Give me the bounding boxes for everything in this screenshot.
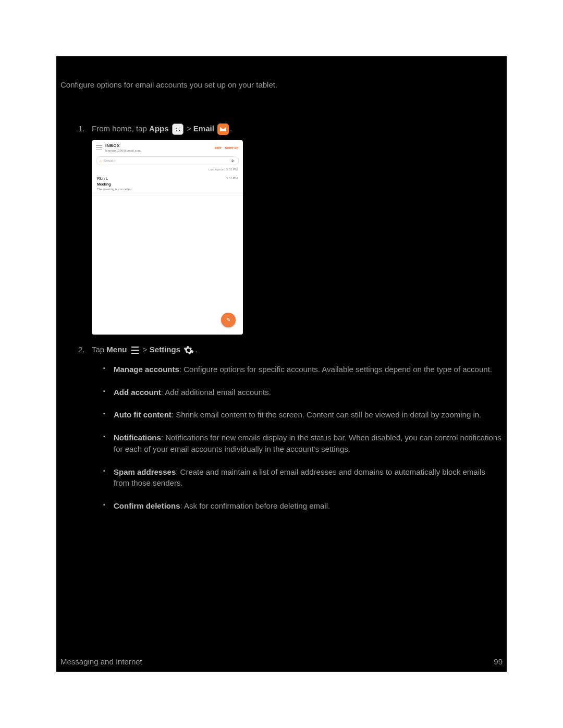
b4-text: : Notifications for new emails display i… bbox=[114, 433, 501, 453]
step2-sep: > bbox=[141, 345, 150, 354]
step2-menu: Menu bbox=[106, 345, 127, 354]
inbox-header: INBOX learcms1306@gmail.com EDIT SORT BY bbox=[92, 140, 243, 154]
inbox-label: INBOX bbox=[105, 143, 212, 149]
email-row[interactable]: Rich L 3:01 PM Meeting The meeting is ca… bbox=[92, 174, 243, 195]
bullet-confirm-deletions: Confirm deletions: Ask for confirmation … bbox=[103, 500, 503, 512]
search-input[interactable]: ⌕ Search 🎤︎ bbox=[96, 156, 239, 165]
tablet-screenshot: INBOX learcms1306@gmail.com EDIT SORT BY… bbox=[92, 140, 243, 335]
email-subject: Meeting bbox=[97, 182, 238, 187]
menu-lines-icon bbox=[130, 346, 140, 355]
email-app-icon bbox=[217, 124, 229, 135]
b4-bold: Notifications bbox=[114, 433, 161, 442]
email-snippet: The meeting is cancelled. bbox=[97, 187, 238, 192]
b2-text: : Add additional email accounts. bbox=[161, 388, 271, 397]
b3-text: : Shrink email content to fit the screen… bbox=[172, 410, 481, 419]
step1-period: . bbox=[230, 124, 232, 133]
apps-grid-icon bbox=[172, 124, 183, 135]
step2-prefix: Tap bbox=[92, 345, 106, 354]
settings-bullets: Manage accounts: Configure options for s… bbox=[92, 364, 503, 512]
mic-icon[interactable]: 🎤︎ bbox=[231, 158, 235, 163]
step2-period: . bbox=[195, 345, 197, 354]
search-placeholder: Search bbox=[104, 158, 115, 163]
footer-section: Messaging and Internet bbox=[60, 656, 142, 668]
step-2: Tap Menu > Settings . Manage accounts: C… bbox=[81, 344, 503, 512]
step1-email: Email bbox=[193, 124, 214, 133]
compose-icon: ✎ bbox=[226, 316, 230, 324]
bullet-spam: Spam addresses: Create and maintain a li… bbox=[103, 466, 503, 489]
document-page: Configure options for email accounts you… bbox=[56, 56, 507, 672]
bullet-manage-accounts: Manage accounts: Configure options for s… bbox=[103, 364, 503, 375]
step1-sep: > bbox=[185, 124, 193, 133]
gear-icon bbox=[183, 345, 194, 355]
b1-bold: Manage accounts bbox=[114, 365, 179, 374]
b2-bold: Add account bbox=[114, 388, 161, 397]
email-time: 3:01 PM bbox=[226, 176, 238, 181]
bullet-add-account: Add account: Add additional email accoun… bbox=[103, 387, 503, 398]
account-email: learcms1306@gmail.com bbox=[105, 149, 212, 153]
b6-bold: Confirm deletions bbox=[114, 501, 180, 510]
bullet-notifications: Notifications: Notifications for new ema… bbox=[103, 432, 503, 455]
inbox-title-box: INBOX learcms1306@gmail.com bbox=[105, 143, 212, 153]
hamburger-menu-icon[interactable] bbox=[96, 145, 102, 151]
compose-fab[interactable]: ✎ bbox=[221, 313, 236, 327]
b6-text: : Ask for confirmation before deleting e… bbox=[180, 501, 331, 510]
last-sync-text: Last synced 3:03 PM bbox=[92, 167, 243, 174]
intro-paragraph: Configure options for email accounts you… bbox=[60, 79, 503, 91]
bullet-auto-fit: Auto fit content: Shrink email content t… bbox=[103, 409, 503, 421]
footer-page-number: 99 bbox=[494, 656, 503, 668]
step-1: From home, tap Apps > Email . INBOX lear… bbox=[81, 123, 503, 335]
steps-list: From home, tap Apps > Email . INBOX lear… bbox=[60, 123, 503, 512]
sort-by-button[interactable]: SORT BY bbox=[225, 146, 239, 151]
b3-bold: Auto fit content bbox=[114, 410, 172, 419]
email-sender: Rich L bbox=[97, 176, 238, 182]
step1-prefix: From home, tap bbox=[92, 124, 149, 133]
b1-text: : Configure options for specific account… bbox=[179, 365, 492, 374]
step1-apps: Apps bbox=[149, 124, 169, 133]
edit-button[interactable]: EDIT bbox=[215, 146, 222, 151]
step2-settings: Settings bbox=[150, 345, 180, 354]
search-icon: ⌕ bbox=[100, 158, 102, 163]
b5-bold: Spam addresses bbox=[114, 467, 176, 476]
